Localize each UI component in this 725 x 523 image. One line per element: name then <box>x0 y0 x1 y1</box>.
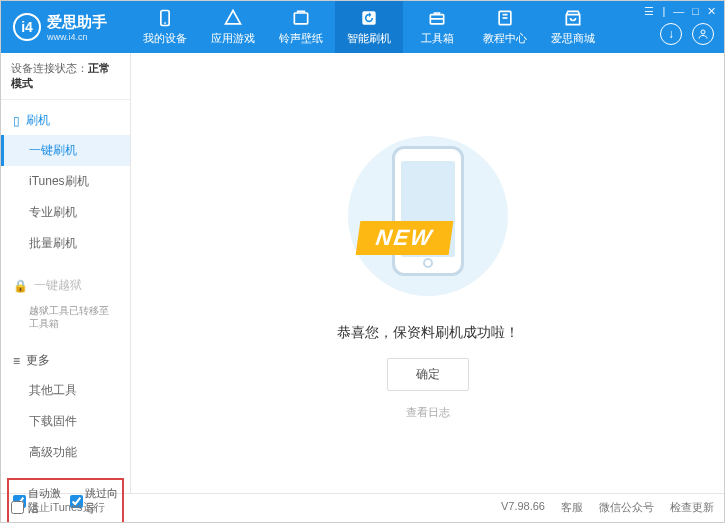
sidebar-item-batch[interactable]: 批量刷机 <box>1 228 130 259</box>
ok-button[interactable]: 确定 <box>387 358 469 391</box>
svg-point-8 <box>701 30 705 34</box>
nav-ringtones[interactable]: 铃声壁纸 <box>267 1 335 53</box>
book-icon <box>495 8 515 28</box>
main-nav: 我的设备 应用游戏 铃声壁纸 智能刷机 工具箱 教程中心 爱思商城 <box>131 1 607 53</box>
lock-icon: 🔒 <box>13 279 28 293</box>
nav-apps[interactable]: 应用游戏 <box>199 1 267 53</box>
toolbox-icon <box>427 8 447 28</box>
success-illustration: NEW <box>338 126 518 306</box>
nav-store[interactable]: 爱思商城 <box>539 1 607 53</box>
apps-icon <box>223 8 243 28</box>
minimize-icon[interactable]: — <box>673 5 684 18</box>
logo: i4 爱思助手 www.i4.cn <box>1 13 131 42</box>
store-icon <box>563 8 583 28</box>
jailbreak-note: 越狱工具已转移至 工具箱 <box>1 300 130 334</box>
phone-icon: ▯ <box>13 114 20 128</box>
sidebar-item-oneclick[interactable]: 一键刷机 <box>1 135 130 166</box>
menu-icon[interactable]: ☰ <box>644 5 654 18</box>
wechat-link[interactable]: 微信公众号 <box>599 500 654 515</box>
sidebar-item-advanced[interactable]: 高级功能 <box>1 437 130 468</box>
refresh-icon <box>359 8 379 28</box>
app-url: www.i4.cn <box>47 32 107 42</box>
nav-tutorials[interactable]: 教程中心 <box>471 1 539 53</box>
section-jailbreak[interactable]: 🔒一键越狱 <box>1 271 130 300</box>
header-actions: ↓ <box>660 23 714 45</box>
version-label: V7.98.66 <box>501 500 545 515</box>
sidebar-item-pro[interactable]: 专业刷机 <box>1 197 130 228</box>
title-bar: i4 爱思助手 www.i4.cn 我的设备 应用游戏 铃声壁纸 智能刷机 工具… <box>1 1 724 53</box>
close-icon[interactable]: ✕ <box>707 5 716 18</box>
view-log-link[interactable]: 查看日志 <box>406 405 450 420</box>
window-controls: ☰ | — □ ✕ <box>644 5 716 18</box>
main-content: NEW 恭喜您，保资料刷机成功啦！ 确定 查看日志 <box>131 53 724 493</box>
sidebar-item-itunes[interactable]: iTunes刷机 <box>1 166 130 197</box>
nav-flash[interactable]: 智能刷机 <box>335 1 403 53</box>
connection-status: 设备连接状态：正常模式 <box>1 53 130 100</box>
update-link[interactable]: 检查更新 <box>670 500 714 515</box>
service-link[interactable]: 客服 <box>561 500 583 515</box>
section-flash[interactable]: ▯刷机 <box>1 106 130 135</box>
sidebar-item-other[interactable]: 其他工具 <box>1 375 130 406</box>
app-name: 爱思助手 <box>47 13 107 32</box>
download-icon[interactable]: ↓ <box>660 23 682 45</box>
menu-icon: ≡ <box>13 354 20 368</box>
sidebar: 设备连接状态：正常模式 ▯刷机 一键刷机 iTunes刷机 专业刷机 批量刷机 … <box>1 53 131 493</box>
svg-rect-2 <box>294 13 307 24</box>
section-more[interactable]: ≡更多 <box>1 346 130 375</box>
maximize-icon[interactable]: □ <box>692 5 699 18</box>
folder-icon <box>291 8 311 28</box>
separator: | <box>662 5 665 18</box>
phone-icon <box>155 8 175 28</box>
logo-icon: i4 <box>13 13 41 41</box>
nav-toolbox[interactable]: 工具箱 <box>403 1 471 53</box>
nav-my-device[interactable]: 我的设备 <box>131 1 199 53</box>
block-itunes-checkbox[interactable]: 阻止iTunes运行 <box>11 500 105 515</box>
new-banner: NEW <box>355 221 453 255</box>
sidebar-item-download[interactable]: 下载固件 <box>1 406 130 437</box>
user-icon[interactable] <box>692 23 714 45</box>
success-message: 恭喜您，保资料刷机成功啦！ <box>337 324 519 342</box>
